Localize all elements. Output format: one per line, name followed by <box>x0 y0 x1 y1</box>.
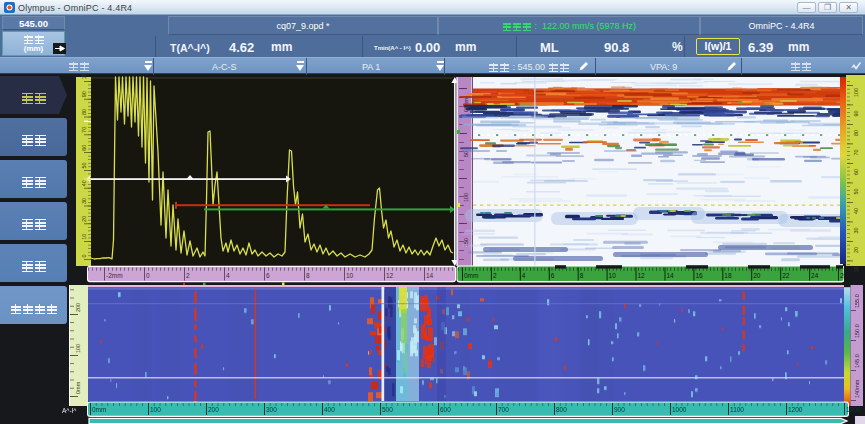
svg-text:100: 100 <box>463 193 469 202</box>
svg-text:22: 22 <box>782 272 790 279</box>
svg-text:8: 8 <box>306 272 310 279</box>
svg-text:80: 80 <box>81 109 87 115</box>
svg-text:10: 10 <box>609 272 617 279</box>
svg-text:1200: 1200 <box>788 406 803 413</box>
svg-text:1000: 1000 <box>672 406 687 413</box>
svg-text:70: 70 <box>853 149 859 155</box>
svg-text:14: 14 <box>426 272 434 279</box>
svg-text:2: 2 <box>493 272 497 279</box>
svg-text:6: 6 <box>551 272 555 279</box>
svg-text:500: 500 <box>382 406 393 413</box>
svg-text:10: 10 <box>853 266 859 272</box>
svg-text:60: 60 <box>81 145 87 151</box>
svg-text:70: 70 <box>81 127 87 133</box>
svg-text:2: 2 <box>186 272 190 279</box>
svg-text:30: 30 <box>853 227 859 233</box>
svg-text:100: 100 <box>853 88 859 97</box>
svg-text:20: 20 <box>753 272 761 279</box>
svg-text:700: 700 <box>498 406 509 413</box>
svg-text:18: 18 <box>724 272 732 279</box>
svg-text:24: 24 <box>811 272 819 279</box>
svg-text:12: 12 <box>638 272 646 279</box>
svg-text:0mm: 0mm <box>92 406 106 413</box>
svg-text:1100: 1100 <box>730 406 744 413</box>
svg-text:60: 60 <box>853 169 859 175</box>
svg-text:-2mm: -2mm <box>106 272 123 279</box>
svg-text:20: 20 <box>81 216 87 222</box>
svg-text:16: 16 <box>695 272 703 279</box>
svg-text:4: 4 <box>522 272 526 279</box>
svg-text:100: 100 <box>150 406 161 413</box>
svg-text:0mm: 0mm <box>75 381 81 394</box>
svg-text:155.0: 155.0 <box>854 294 860 308</box>
svg-text:0mm: 0mm <box>464 272 478 279</box>
svg-text:145.0: 145.0 <box>854 354 860 368</box>
svg-text:100: 100 <box>75 344 81 353</box>
svg-text:0: 0 <box>146 272 150 279</box>
svg-text:6: 6 <box>266 272 270 279</box>
svg-text:0: 0 <box>81 254 87 257</box>
svg-text:300: 300 <box>266 406 277 413</box>
svg-text:800: 800 <box>556 406 567 413</box>
svg-text:8: 8 <box>580 272 584 279</box>
svg-text:150.0: 150.0 <box>854 324 860 338</box>
svg-text:4: 4 <box>226 272 230 279</box>
svg-text:90: 90 <box>853 110 859 116</box>
svg-text:50: 50 <box>853 188 859 194</box>
svg-text:30: 30 <box>81 198 87 204</box>
svg-text:100: 100 <box>81 74 87 80</box>
svg-text:600: 600 <box>440 406 451 413</box>
svg-text:40: 40 <box>853 208 859 214</box>
svg-text:200: 200 <box>208 406 219 413</box>
svg-text:50: 50 <box>81 162 87 168</box>
svg-text:90: 90 <box>81 91 87 97</box>
svg-text:40: 40 <box>81 180 87 186</box>
svg-text:A^-I^: A^-I^ <box>62 407 77 414</box>
svg-text:140mm: 140mm <box>854 379 860 398</box>
svg-text:14: 14 <box>667 272 675 279</box>
svg-text:900: 900 <box>614 406 625 413</box>
svg-text:10: 10 <box>346 272 354 279</box>
svg-text:1300: 1300 <box>846 406 861 413</box>
svg-text:20: 20 <box>853 247 859 253</box>
svg-text:400: 400 <box>324 406 335 413</box>
svg-text:10: 10 <box>81 234 87 240</box>
svg-text:12: 12 <box>386 272 394 279</box>
svg-text:200: 200 <box>75 303 81 312</box>
svg-text:80: 80 <box>853 130 859 136</box>
